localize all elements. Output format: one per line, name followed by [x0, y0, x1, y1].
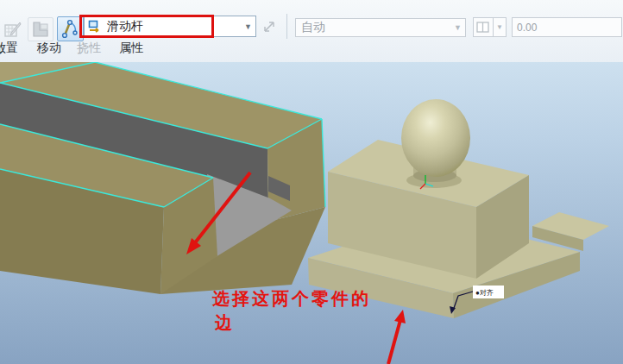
kinematic-connection-button[interactable] — [57, 16, 84, 41]
cad-window: 滑动杆 ▼ 自动 ▼ ▼ — [0, 0, 623, 364]
annotation-text-line2: 边 — [215, 311, 235, 335]
orientation-split-button[interactable]: ▼ — [473, 17, 507, 37]
offset-value-input[interactable] — [512, 17, 622, 37]
annotation-arrow-right — [388, 310, 406, 364]
tab-move[interactable]: 移动 — [37, 41, 61, 56]
joint-connection-icon — [60, 18, 81, 40]
flip-constraint-button[interactable] — [260, 16, 279, 37]
constraint-tag-label: ●对齐 — [475, 289, 494, 297]
component-placement-button[interactable] — [28, 17, 53, 41]
channel-part[interactable] — [0, 62, 325, 294]
connection-toolbar: 滑动杆 ▼ 自动 ▼ ▼ — [0, 0, 623, 62]
tab-flexibility[interactable]: 挠性 — [77, 41, 101, 56]
3d-viewport[interactable]: ●对齐 选择这两个零件的 边 — [0, 62, 623, 364]
3d-scene: ●对齐 — [0, 62, 623, 364]
annotation-text-line1: 选择这两个零件的 — [212, 287, 371, 311]
columns-icon — [476, 22, 490, 34]
corner-block-icon — [31, 20, 50, 39]
tab-properties[interactable]: 属性 — [119, 41, 143, 56]
tab-placement[interactable]: 放置 — [0, 41, 18, 56]
constraint-value: 自动 — [301, 20, 325, 35]
chevron-down-icon: ▼ — [494, 17, 507, 37]
slider-part[interactable] — [308, 99, 609, 318]
chevron-down-icon[interactable]: ▼ — [244, 22, 252, 31]
edit-definition-button[interactable] — [3, 19, 24, 41]
slider-connection-icon — [88, 20, 103, 34]
constraint-combobox[interactable]: 自动 ▼ — [295, 18, 466, 37]
connection-type-combobox[interactable]: 滑动杆 ▼ — [84, 16, 256, 37]
flip-arrows-icon — [261, 19, 277, 35]
edit-hatch-pencil-icon — [4, 21, 23, 40]
chevron-down-icon: ▼ — [454, 23, 462, 32]
toolbar-separator — [286, 14, 287, 39]
ball-knob[interactable] — [401, 99, 470, 177]
connection-type-value: 滑动杆 — [107, 19, 143, 35]
